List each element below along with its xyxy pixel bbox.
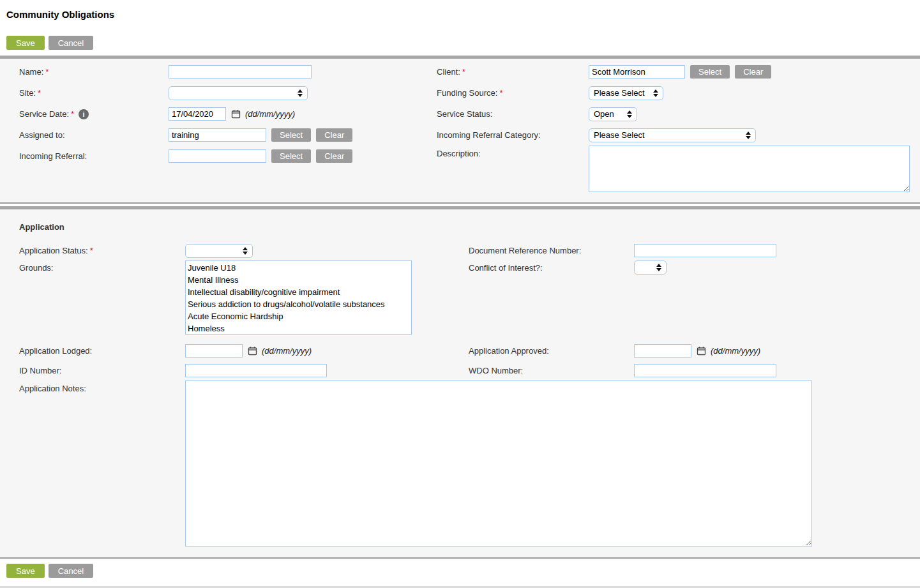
id-number-cell: ID Number: <box>0 361 437 381</box>
info-icon[interactable]: i <box>79 109 89 119</box>
grounds-option[interactable]: Serious addiction to drugs/alcohol/volat… <box>188 298 411 310</box>
wdo-number-cell: WDO Number: <box>437 361 920 381</box>
grounds-label: Grounds: <box>19 260 185 273</box>
application-approved-cell: Application Approved: (dd/mm/yyyy) <box>437 341 920 361</box>
service-date-label: Service Date:*i <box>19 109 169 119</box>
assigned-to-row: Assigned to: Select Clear <box>19 124 437 146</box>
client-select-button[interactable]: Select <box>690 65 730 79</box>
conflict-of-interest-select[interactable] <box>634 260 667 275</box>
calendar-icon[interactable] <box>231 109 241 119</box>
site-label: Site:* <box>19 88 169 98</box>
application-status-cell: Application Status:* <box>0 241 437 260</box>
application-heading: Application <box>0 209 920 241</box>
id-wdo-row: ID Number: WDO Number: <box>0 361 920 381</box>
client-clear-button[interactable]: Clear <box>735 65 771 79</box>
funding-source-label: Funding Source:* <box>437 88 589 98</box>
updown-arrows-icon <box>298 89 303 97</box>
required-marker: * <box>90 246 93 255</box>
grounds-conflict-row: Grounds: Juvenile U18Mental IllnessIntel… <box>0 260 920 335</box>
document-reference-cell: Document Reference Number: <box>437 241 920 260</box>
main-details-section: Name:* Site:* Service Date:*i (dd/mm/yyy… <box>0 56 920 204</box>
grounds-option[interactable]: Homeless <box>188 322 411 335</box>
service-date-row: Service Date:*i (dd/mm/yyyy) <box>19 103 437 124</box>
application-notes-textarea[interactable] <box>185 381 812 547</box>
wdo-number-input[interactable] <box>634 364 776 377</box>
calendar-icon[interactable] <box>248 346 257 356</box>
grounds-option[interactable]: Mental Illness <box>188 274 411 286</box>
description-textarea[interactable] <box>589 146 910 192</box>
assigned-to-select-button[interactable]: Select <box>271 128 311 142</box>
assigned-to-label: Assigned to: <box>19 130 169 140</box>
required-marker: * <box>45 67 49 77</box>
required-marker: * <box>38 88 41 98</box>
page-title: Community Obligations <box>6 9 920 20</box>
incoming-referral-clear-button[interactable]: Clear <box>316 149 352 163</box>
application-approved-input[interactable] <box>634 344 691 358</box>
updown-arrows-icon <box>243 247 248 255</box>
required-marker: * <box>462 67 465 77</box>
cancel-button-bottom[interactable]: Cancel <box>49 564 93 578</box>
application-lodged-label: Application Lodged: <box>19 346 185 356</box>
funding-source-row: Funding Source:* Please Select <box>437 82 910 103</box>
application-lodged-input[interactable] <box>185 344 243 358</box>
application-approved-label: Application Approved: <box>469 346 634 356</box>
required-marker: * <box>71 109 74 119</box>
funding-source-select-value: Please Select <box>594 88 645 98</box>
grounds-listbox[interactable]: Juvenile U18Mental IllnessIntellectual d… <box>185 260 412 335</box>
application-section: Application Application Status:* Documen… <box>0 206 920 559</box>
required-marker: * <box>499 88 502 98</box>
grounds-cell: Grounds: Juvenile U18Mental IllnessIntel… <box>0 260 437 335</box>
id-number-input[interactable] <box>185 364 327 377</box>
incoming-referral-category-select-value: Please Select <box>594 130 645 140</box>
application-lodged-cell: Application Lodged: (dd/mm/yyyy) <box>0 341 437 361</box>
assigned-to-input[interactable] <box>169 128 266 142</box>
lodged-approved-row: Application Lodged: (dd/mm/yyyy) Applica… <box>0 341 920 361</box>
updown-arrows-icon <box>653 89 658 97</box>
id-number-label: ID Number: <box>19 366 185 375</box>
site-select[interactable] <box>169 86 308 100</box>
wdo-number-label: WDO Number: <box>469 366 634 375</box>
top-button-row: Save Cancel <box>6 36 920 50</box>
conflict-of-interest-cell: Conflict of Interest?: <box>437 260 920 335</box>
service-status-select[interactable]: Open <box>589 107 637 121</box>
cancel-button[interactable]: Cancel <box>49 36 93 50</box>
assigned-to-clear-button[interactable]: Clear <box>316 128 352 142</box>
application-status-select[interactable] <box>185 244 253 258</box>
service-date-input[interactable] <box>169 107 226 121</box>
save-button[interactable]: Save <box>6 36 45 50</box>
bottom-button-row: Save Cancel <box>6 564 920 578</box>
document-reference-number-label: Document Reference Number: <box>469 246 634 255</box>
grounds-option[interactable]: Intellectual disability/cognitive impair… <box>188 286 411 298</box>
incoming-referral-label: Incoming Referral: <box>19 151 169 161</box>
grounds-option[interactable]: Juvenile U18 <box>188 262 411 274</box>
description-row: Description: <box>437 146 910 192</box>
incoming-referral-category-row: Incoming Referral Category: Please Selec… <box>437 124 910 146</box>
name-label: Name:* <box>19 67 169 77</box>
incoming-referral-select-button[interactable]: Select <box>271 149 311 163</box>
updown-arrows-icon <box>656 264 661 271</box>
client-label: Client:* <box>437 67 589 77</box>
conflict-of-interest-label: Conflict of Interest?: <box>469 260 634 273</box>
site-row: Site:* <box>19 82 437 103</box>
service-status-select-value: Open <box>594 109 614 119</box>
application-status-label: Application Status:* <box>19 246 185 255</box>
client-row: Client:* Select Clear <box>437 61 910 82</box>
date-format-hint: (dd/mm/yyyy) <box>245 109 295 119</box>
incoming-referral-row: Incoming Referral: Select Clear <box>19 146 437 167</box>
description-label: Description: <box>437 146 589 158</box>
incoming-referral-category-select[interactable]: Please Select <box>589 128 756 142</box>
incoming-referral-input[interactable] <box>169 149 266 163</box>
application-status-docref-row: Application Status:* Document Reference … <box>0 241 920 260</box>
client-input[interactable] <box>589 65 685 79</box>
updown-arrows-icon <box>627 110 632 118</box>
service-status-row: Service Status: Open <box>437 103 910 124</box>
calendar-icon[interactable] <box>697 346 706 356</box>
funding-source-select[interactable]: Please Select <box>589 86 663 100</box>
save-button-bottom[interactable]: Save <box>6 564 45 578</box>
document-reference-number-input[interactable] <box>634 244 776 257</box>
grounds-option[interactable]: Acute Economic Hardship <box>188 310 411 322</box>
application-notes-row: Application Notes: <box>0 381 920 547</box>
name-input[interactable] <box>169 65 312 79</box>
date-format-hint: (dd/mm/yyyy) <box>262 346 312 356</box>
incoming-referral-category-label: Incoming Referral Category: <box>437 130 589 140</box>
